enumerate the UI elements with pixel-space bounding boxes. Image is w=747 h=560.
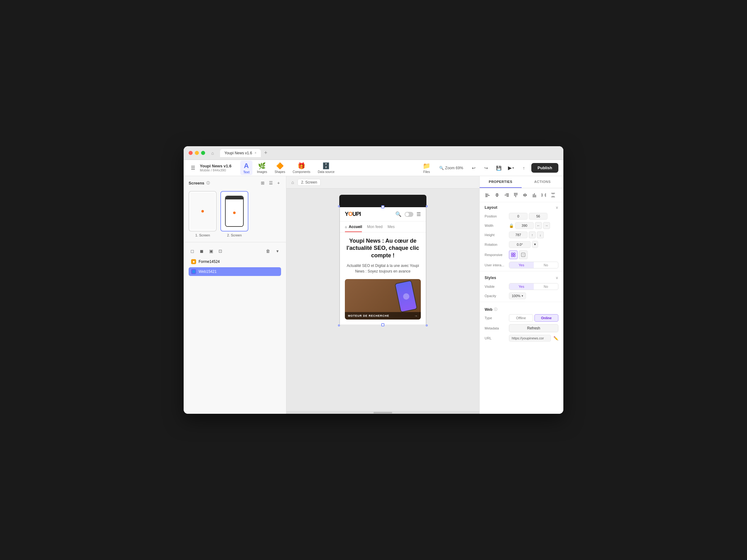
play-button[interactable]: ▶ ▼ [506,164,516,172]
tab-actions[interactable]: ACTIONS [522,176,564,188]
breadcrumb[interactable]: 2. Screen [298,179,320,186]
tab-close-button[interactable]: × [255,151,256,155]
layer-icon-3[interactable]: ▣ [207,247,215,255]
nav-tab-monfeed-label: Mon feed [367,224,383,229]
styles-chevron[interactable]: ∨ [556,276,558,280]
screen-thumb-1[interactable]: 1. Screen [189,191,216,237]
position-x-input[interactable] [509,213,527,220]
layer-item-web[interactable]: 🌐 Web15421 [189,267,281,276]
nav-tab-mes[interactable]: Mes [387,221,395,232]
align-right[interactable] [502,191,511,199]
thumb-phone-bar [226,196,243,199]
rotation-dropdown[interactable]: ▾ [532,241,538,248]
redo-button[interactable]: ↪ [481,163,491,173]
canvas-scrollbar[interactable] [286,411,479,414]
align-bottom[interactable] [530,191,539,199]
type-offline[interactable]: Offline [509,314,533,322]
delete-layer-button[interactable]: 🗑 [264,247,272,255]
layer-more-button[interactable]: ▾ [274,247,281,255]
svg-rect-25 [544,194,545,196]
width-dir-left[interactable]: ← [535,222,542,229]
rotation-input[interactable] [509,241,531,248]
align-toolbar [480,188,563,202]
publish-button[interactable]: Publish [531,163,558,173]
sel-handle-tr[interactable] [426,205,428,207]
align-center-h[interactable] [493,191,501,199]
phone-in-image [395,280,418,312]
tool-shapes[interactable]: 🔶 Shapes [272,161,288,175]
height-dir-down[interactable]: ↓ [537,232,544,238]
canvas-home-button[interactable]: ⌂ [291,180,294,185]
opacity-select[interactable]: 100% ▾ [509,292,526,299]
distribute-h[interactable] [539,191,548,199]
list-view-button[interactable]: ☰ [268,180,274,186]
align-right-icon [504,193,509,197]
tool-text[interactable]: A Text [240,161,253,175]
layer-item-forme[interactable]: ◆ Forme14524 [189,257,281,266]
visible-yes[interactable]: Yes [509,284,534,290]
grid-view-button[interactable]: ⊞ [260,180,266,186]
metadata-row: Metadata Refresh [480,323,563,334]
layer-icon-4[interactable]: ⊡ [216,247,224,255]
align-left[interactable] [483,191,492,199]
height-input[interactable] [509,232,527,238]
maximize-button[interactable] [201,151,205,155]
visible-no[interactable]: No [534,284,558,290]
web-help-icon[interactable]: ⓘ [494,307,497,312]
tool-files[interactable]: 📁 Files [419,161,434,175]
sel-handle-bl[interactable] [338,324,340,326]
nav-tab-accueil[interactable]: ⌂ Accueil [345,221,362,232]
refresh-button[interactable]: Refresh [509,324,558,332]
menu-icon[interactable]: ☰ [416,211,421,217]
tool-components[interactable]: 🎁 Components [289,161,313,175]
lock-icon[interactable]: 🔒 [509,223,514,228]
sel-handle-br[interactable] [426,324,428,326]
screens-actions: ⊞ ☰ + [260,180,281,186]
responsive-btn-alt[interactable] [519,250,527,259]
sel-handle-bc[interactable] [381,323,384,326]
user-interaction-yes[interactable]: Yes [509,262,534,268]
position-y-input[interactable] [529,213,547,220]
menu-button[interactable]: ☰ [189,164,197,172]
distribute-v[interactable] [549,191,558,199]
save-button[interactable]: 💾 [494,163,504,173]
add-screen-button[interactable]: + [276,180,281,186]
search-icon[interactable]: 🔍 [395,211,402,217]
url-edit-button[interactable]: ✏️ [553,336,558,341]
share-button[interactable]: ↑ [519,163,529,173]
layout-title: Layout [485,205,497,210]
app-info: Youpi News v1.6 Mobile / 844x390 [200,164,232,172]
panel-divider [184,242,286,242]
visible-row: Visible Yes No [480,282,563,291]
theme-toggle[interactable] [405,212,413,217]
sel-handle-tl[interactable] [338,205,340,207]
responsive-btn-grid[interactable] [509,250,518,259]
screen-thumb-2[interactable]: 2. Screen [221,191,248,237]
layer-icon-1[interactable]: ◻ [189,247,196,255]
user-interaction-no[interactable]: No [534,262,558,268]
align-middle[interactable] [521,191,530,199]
tool-datasource[interactable]: 🗄️ Data source [315,161,338,175]
type-online[interactable]: Online [535,314,559,322]
active-tab[interactable]: Youpi News v1.6 × [220,149,261,157]
undo-button[interactable]: ↩ [469,163,479,173]
url-input[interactable]: https://youpinews.cor [509,335,551,342]
new-tab-button[interactable]: + [262,149,269,157]
width-dir-right[interactable]: → [543,222,550,229]
align-top[interactable] [511,191,520,199]
height-dir-up[interactable]: ↑ [529,232,536,238]
tab-properties[interactable]: PROPERTIES [480,176,522,188]
layer-icon-2[interactable]: ◼ [198,247,205,255]
width-input[interactable] [515,222,534,229]
sel-handle-tc[interactable] [381,205,384,209]
zoom-icon: 🔍 [439,166,444,170]
zoom-button[interactable]: 🔍 Zoom 69% [436,165,466,171]
nav-tab-monfeed[interactable]: Mon feed [367,221,383,232]
close-button[interactable] [189,151,193,155]
browser-home-button[interactable]: ⌂ [209,149,216,157]
scrollbar-thumb[interactable] [374,412,392,414]
minimize-button[interactable] [195,151,199,155]
layout-chevron[interactable]: ∨ [556,205,558,210]
tool-images[interactable]: 🌿 Images [254,161,270,175]
canvas-scroll[interactable]: YOUPI 🔍 ☰ ⌂ [286,189,479,411]
